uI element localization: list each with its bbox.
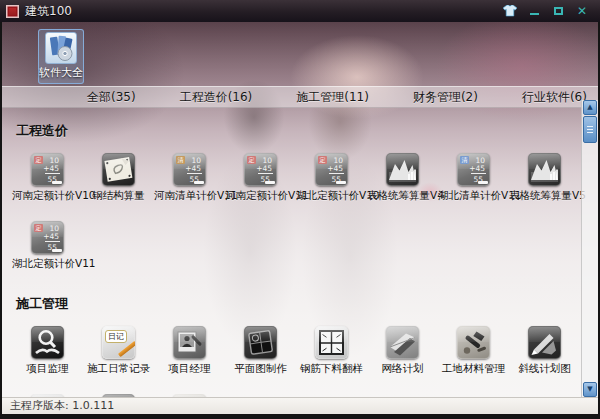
section-title: 施工管理 <box>16 295 598 313</box>
app-label: 表格统筹算量V5 <box>509 189 580 203</box>
tools-icon <box>457 326 490 359</box>
section: 工程造价定10+4555河南定额计价V10 钢结构算量清10+4555河南清单计… <box>2 122 598 271</box>
app-window: 建筑100 ✕ 软件大全 <box>0 0 600 419</box>
titlebar: 建筑100 ✕ <box>0 0 600 22</box>
app-logo-icon <box>6 5 19 18</box>
app-row: 定10+4555河南定额计价V10 钢结构算量清10+4555河南清单计价V11… <box>2 153 598 203</box>
content-area: 工程造价定10+4555河南定额计价V10 钢结构算量清10+4555河南清单计… <box>2 108 598 397</box>
rebar-icon <box>315 326 348 359</box>
tab[interactable]: 施工管理(11) <box>296 89 369 106</box>
app-label: 钢结构算量 <box>83 189 154 203</box>
tab[interactable]: 全部(35) <box>87 89 136 106</box>
app-item[interactable]: 网络计划 <box>367 326 438 376</box>
app-label: 河南定额计价V11 <box>225 189 296 203</box>
vertical-scrollbar[interactable]: ▲ ▼ <box>581 100 598 397</box>
diagonal-icon <box>528 326 561 359</box>
window-body: 软件大全 全部(35)工程造价(16)施工管理(11)财务管理(2)行业软件(6… <box>2 22 598 414</box>
app-item[interactable]: 钢结构算量 <box>83 153 154 203</box>
calc-icon: 清10+4555 <box>173 153 206 186</box>
app-row: 项目监理日记施工日常记录 项目经理 平面图制作 钢筋下料翻样 网络计划 工地材料… <box>2 326 598 376</box>
scroll-down-icon[interactable]: ▼ <box>583 382 597 397</box>
software-collection-label: 软件大全 <box>39 65 83 80</box>
window-title: 建筑100 <box>25 3 72 20</box>
app-label: 平面图制作 <box>225 362 296 376</box>
app-item[interactable]: 清10+4555湖北清单计价V11 <box>438 153 509 203</box>
app-item[interactable]: 项目经理 <box>154 326 225 376</box>
tab[interactable]: 财务管理(2) <box>413 89 478 106</box>
app-label: 工地材料管理 <box>438 362 509 376</box>
diary-icon: 日记 <box>102 326 135 359</box>
network-icon <box>386 326 419 359</box>
minimize-button[interactable] <box>522 2 546 20</box>
app-item[interactable]: 日记施工日常记录 <box>83 326 154 376</box>
app-item[interactable]: 定10+4555河南定额计价V10 <box>12 153 83 203</box>
scroll-up-icon[interactable]: ▲ <box>583 100 597 115</box>
toolbar: 软件大全 <box>2 22 598 86</box>
app-item[interactable]: 表格统筹算量V5 <box>509 153 580 203</box>
floorplan-icon <box>244 326 277 359</box>
chart-icon <box>528 153 561 186</box>
app-item[interactable]: 项目监理 <box>12 326 83 376</box>
app-label: 钢筋下料翻样 <box>296 362 367 376</box>
app-item[interactable]: 斜线计划图 <box>509 326 580 376</box>
person-icon <box>173 326 206 359</box>
status-bar: 主程序版本: 1.0.111 <box>2 397 598 414</box>
calc-icon: 定10+4555 <box>31 221 64 254</box>
app-label: 网络计划 <box>367 362 438 376</box>
section-title: 工程造价 <box>16 122 598 140</box>
app-label: 河南清单计价V11 <box>154 189 225 203</box>
app-item[interactable]: 钢筋下料翻样 <box>296 326 367 376</box>
app-item[interactable]: 表格统筹算量V4 <box>367 153 438 203</box>
calc-icon: 清10+4555 <box>457 153 490 186</box>
app-item[interactable]: 定10+4555湖北定额计价V11 <box>12 221 83 271</box>
app-item[interactable]: 工地材料管理 <box>438 326 509 376</box>
scrollbar-thumb[interactable] <box>583 116 597 143</box>
app-row: 定10+4555湖北定额计价V11 <box>2 221 598 271</box>
calc-icon: 定10+4555 <box>315 153 348 186</box>
tab[interactable]: 行业软件(6) <box>522 89 587 106</box>
tab-bar: 全部(35)工程造价(16)施工管理(11)财务管理(2)行业软件(6) <box>2 86 598 108</box>
software-collection-icon <box>45 32 77 64</box>
section: 施工管理 项目监理日记施工日常记录 项目经理 平面图制作 钢筋下料翻样 网络计划… <box>2 295 598 397</box>
app-label: 项目监理 <box>12 362 83 376</box>
steel-icon <box>102 153 135 186</box>
close-button[interactable]: ✕ <box>570 2 594 20</box>
app-item[interactable]: 定10+4555湖北定额计价V10 <box>296 153 367 203</box>
app-label: 河南定额计价V10 <box>12 189 83 203</box>
calc-icon: 定10+4555 <box>244 153 277 186</box>
app-label: 湖北定额计价V10 <box>296 189 367 203</box>
version-label: 主程序版本: 1.0.111 <box>10 399 114 412</box>
magnifier-icon <box>31 326 64 359</box>
app-label: 湖北清单计价V11 <box>438 189 509 203</box>
app-item[interactable]: 清10+4555河南清单计价V11 <box>154 153 225 203</box>
software-collection-button[interactable]: 软件大全 <box>38 29 84 84</box>
app-label: 斜线计划图 <box>509 362 580 376</box>
app-label: 表格统筹算量V4 <box>367 189 438 203</box>
app-item[interactable]: 平面图制作 <box>225 326 296 376</box>
maximize-button[interactable] <box>546 2 570 20</box>
chart-icon <box>386 153 419 186</box>
app-label: 湖北定额计价V11 <box>12 257 83 271</box>
tab[interactable]: 工程造价(16) <box>180 89 253 106</box>
app-label: 施工日常记录 <box>83 362 154 376</box>
app-label: 项目经理 <box>154 362 225 376</box>
app-item[interactable]: 定10+4555河南定额计价V11 <box>225 153 296 203</box>
skin-icon[interactable] <box>498 2 522 20</box>
calc-icon: 定10+4555 <box>31 153 64 186</box>
